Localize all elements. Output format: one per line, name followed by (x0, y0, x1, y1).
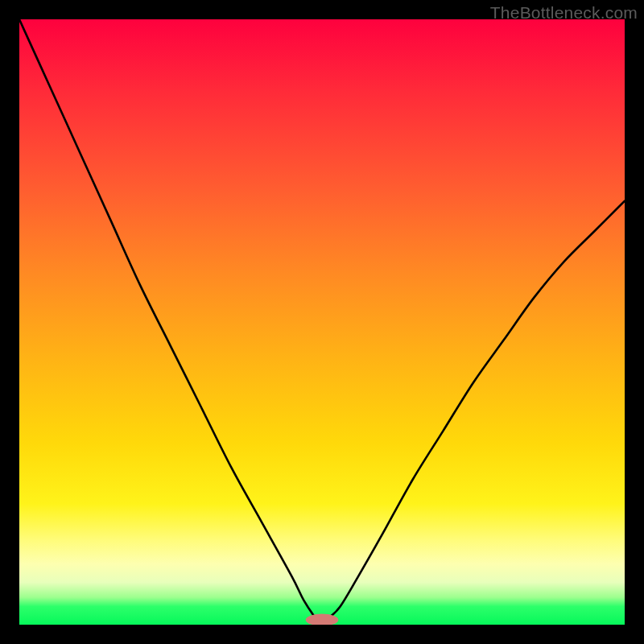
bottleneck-curve (19, 19, 625, 625)
curve-layer (19, 19, 625, 625)
chart-container: TheBottleneck.com (0, 0, 644, 644)
optimum-marker (306, 613, 339, 625)
plot-area (19, 19, 625, 625)
